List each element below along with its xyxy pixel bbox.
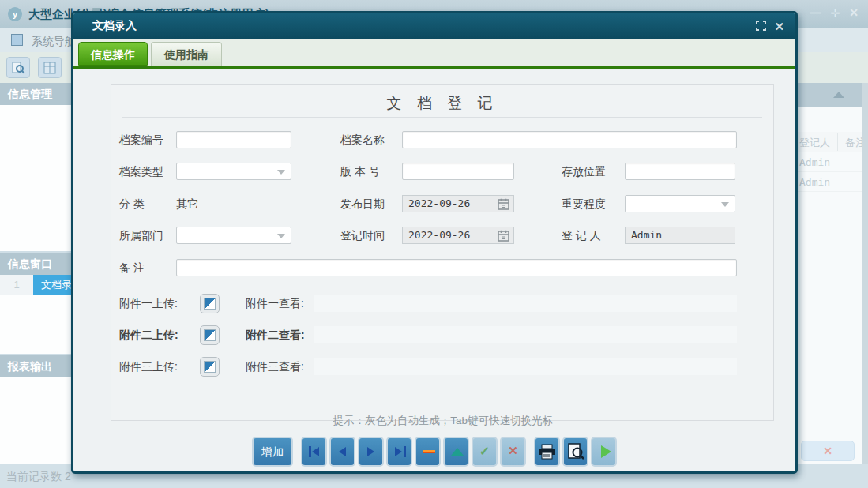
upload-file-icon [204,329,216,341]
main-close-icon[interactable]: ✕ [849,6,859,19]
registrant-label: 登 记 人 [562,229,601,243]
add-button[interactable]: 增加 [252,437,293,467]
dialog-tabbar: 信息操作 使用指南 [73,39,795,66]
chevron-down-icon [277,170,285,175]
attachment1-upload-button[interactable] [200,294,220,313]
print-button[interactable] [534,437,560,467]
version-label: 版 本 号 [340,165,380,179]
cancel-record-button: ✕ [500,437,526,467]
attachment2-upload-label: 附件二上传: [119,328,178,343]
print-preview-icon [567,443,584,460]
dialog-title: 文档录入 [92,19,137,33]
tab-info-operation[interactable]: 信息操作 [78,42,148,66]
dialog-maximize-icon[interactable] [756,20,766,34]
next-record-icon [367,447,374,456]
check-icon: ✓ [473,444,496,459]
dialog-body: 文 档 登 记 档案编号 档案名称 档案类型 版 本 号 存放位置 分 类 其它… [73,69,795,467]
attachment2-view-area [314,326,737,343]
record-count-text: 当前记录数 2 [6,470,71,484]
attachment3-upload-button[interactable] [200,357,220,377]
main-restore-icon[interactable]: ⊹ [831,6,840,19]
category-label: 分 类 [119,197,145,212]
archive-no-label: 档案编号 [119,133,163,148]
attachment3-view-area [314,358,737,375]
form-hint: 提示：灰色为自动生成；Tab键可快速切换光标 [111,414,775,428]
last-record-button[interactable] [386,437,412,467]
importance-label: 重要程度 [562,197,606,212]
execute-button[interactable] [591,437,617,467]
col-registrant: 登记人 [799,136,830,150]
chevron-down-icon [721,202,729,207]
category-value: 其它 [176,197,198,212]
delete-record-button[interactable] [415,437,441,467]
remark-input[interactable] [176,259,737,276]
table-row[interactable]: Admin [796,152,868,172]
prior-record-button[interactable] [329,437,355,467]
attachment2-upload-button[interactable] [200,325,220,345]
collapse-up-icon[interactable] [833,92,844,98]
system-nav-label[interactable]: 系统导航 [32,35,76,49]
x-icon: ✕ [502,444,524,458]
attachment3-upload-label: 附件三上传: [119,360,178,374]
title-divider [122,117,762,118]
post-record-button: ✓ [472,437,498,467]
window-tab-index: 1 [0,275,33,295]
printer-icon [539,444,556,460]
delete-minus-icon [423,450,435,453]
column-divider [837,133,838,151]
archive-name-label: 档案名称 [340,133,385,148]
first-record-icon [309,446,311,457]
location-label: 存放位置 [562,165,606,179]
nav-checkbox-icon[interactable] [11,34,23,46]
preview-button[interactable] [562,437,588,467]
attachment2-view-label: 附件二查看: [246,328,305,343]
department-select[interactable] [176,227,291,244]
search-tool-button[interactable] [6,57,30,78]
background-panel-header [796,83,862,107]
document-entry-dialog: 文档录入 ✕ 信息操作 使用指南 文 档 登 记 档案编号 档案名称 档案类型 [71,11,798,474]
document-form-panel: 文 档 登 记 档案编号 档案名称 档案类型 版 本 号 存放位置 分 类 其它… [111,84,774,421]
remark-label: 备 注 [119,261,145,276]
first-record-button[interactable] [301,437,327,467]
prior-record-icon [339,447,346,456]
table-row[interactable]: Admin [796,172,868,192]
table-tool-button[interactable] [38,57,62,78]
version-input[interactable] [402,163,514,180]
main-minimize-icon[interactable]: — [810,6,821,19]
table-icon [43,61,57,75]
background-cancel-button: ✕ [801,441,855,461]
next-record-button[interactable] [358,437,384,467]
register-time-input[interactable]: 2022-09-26 [402,227,514,244]
register-time-label: 登记时间 [340,229,385,243]
publish-date-label: 发布日期 [340,197,385,212]
calendar-icon[interactable] [498,198,509,215]
search-icon [11,61,25,75]
dialog-titlebar[interactable]: 文档录入 ✕ [73,13,795,39]
attachment1-view-area [314,295,737,312]
upload-file-icon [204,361,216,373]
app-logo-icon: y [8,7,22,21]
chevron-down-icon [277,234,285,238]
edit-record-button[interactable] [443,437,469,467]
archive-name-input[interactable] [402,131,737,148]
archive-no-input[interactable] [176,131,291,148]
dialog-close-icon[interactable]: ✕ [774,21,784,33]
attachment3-view-label: 附件三查看: [246,360,304,374]
tab-user-guide[interactable]: 使用指南 [151,42,222,66]
last-record-icon [395,447,402,456]
record-toolbar: 增加 ✓ ✕ [73,437,795,468]
publish-date-input[interactable]: 2022-09-26 [402,195,514,212]
calendar-icon[interactable] [498,230,509,246]
scrollbar[interactable] [862,83,868,464]
department-label: 所属部门 [119,229,163,243]
archive-type-label: 档案类型 [119,165,163,179]
run-triangle-icon [601,445,611,458]
form-title: 文 档 登 记 [111,93,773,114]
location-input[interactable] [625,163,735,180]
importance-select[interactable] [625,195,735,212]
archive-type-select[interactable] [176,163,291,180]
background-table-header: 登记人 备注 [796,132,868,152]
registrant-input[interactable]: Admin [625,227,735,244]
edit-triangle-icon [451,448,464,456]
upload-file-icon [204,298,216,310]
